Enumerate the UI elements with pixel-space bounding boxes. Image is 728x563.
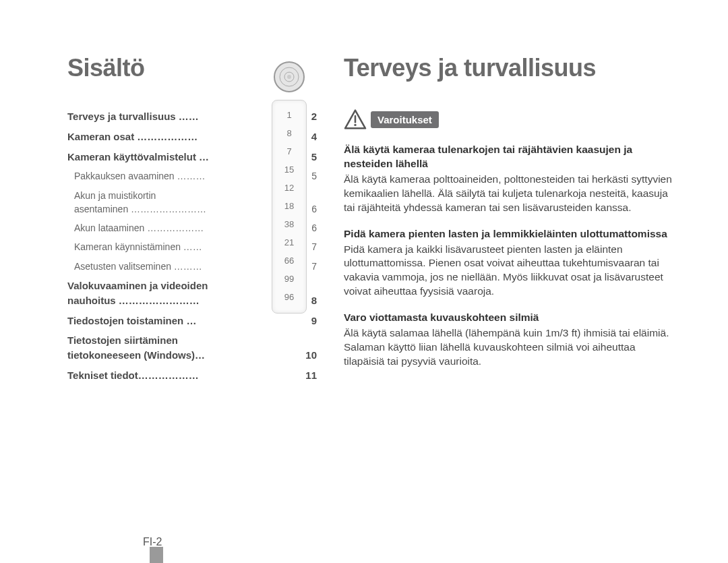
safety-block: Varo viottamasta kuvauskohteen silmiä Äl… (344, 311, 674, 369)
safety-block: Älä käytä kameraa tulenarkojen tai räjäh… (344, 143, 674, 215)
toc-label: Kameran osat ……………… (67, 129, 198, 144)
toc-label: Valokuvaaminen ja videoiden (67, 278, 208, 293)
toc-label: Pakkauksen avaaminen ……… (74, 169, 206, 183)
disc-icon (273, 61, 305, 93)
toc-label: Akun lataaminen ……………… (74, 221, 204, 235)
toc-label: Terveys ja turvallisuus …… (67, 109, 199, 124)
toc-label: Asetusten valitseminen ……… (74, 260, 202, 273)
toc-label: Tiedostojen toistaminen … (67, 314, 196, 328)
toc-label: Kameran käynnistäminen …… (74, 240, 202, 254)
safety-title: Varo viottamasta kuvauskohteen silmiä (344, 311, 674, 325)
svg-point-2 (354, 124, 356, 126)
gauge-value: 66 (272, 251, 306, 270)
toc-item: Tekniset tiedot……………… 11 (67, 368, 317, 383)
gauge-value: 21 (272, 233, 306, 251)
gauge-value: 12 (272, 179, 306, 197)
warning-triangle-icon (344, 109, 367, 129)
gauge-value: 1 (272, 106, 306, 124)
safety-body: Älä käytä salamaa lähellä (lähempänä kui… (344, 326, 674, 369)
safety-block: Pidä kamera pienten lasten ja lemmikkiel… (344, 227, 674, 299)
toc-item: Tietostojen siirtäminen (67, 333, 317, 348)
gauge-value: 38 (272, 215, 306, 233)
page-tab-mark (150, 547, 163, 563)
toc-label: asentaminen …………………… (74, 202, 206, 216)
safety-title: Älä käytä kameraa tulenarkojen tai räjäh… (344, 143, 674, 171)
toc-label: tietokoneeseen (Windows)… (67, 348, 205, 363)
safety-body: Älä käytä kameraa polttoaineiden, poltto… (344, 173, 674, 215)
gauge-value: 99 (272, 270, 306, 288)
toc-label: Kameran käyttövalmistelut … (67, 150, 209, 165)
toc-page: 11 (301, 368, 317, 383)
document-page: Sisältö Terveys ja turvallisuus …… 2 Kam… (0, 0, 728, 563)
gauge-value: 18 (272, 197, 306, 215)
gauge-value: 96 (272, 288, 306, 306)
gauge-value: 8 (272, 124, 306, 142)
toc-label: Akun ja muistikortin (74, 189, 156, 202)
content-heading: Terveys ja turvallisuus (344, 54, 674, 82)
toc-label: Tekniset tiedot……………… (67, 368, 199, 383)
toc-label: Tietostojen siirtäminen (67, 333, 178, 348)
safety-body: Pidä kamera ja kaikki lisävarusteet pien… (344, 243, 674, 299)
content-column: Terveys ja turvallisuus Varoitukset Älä … (344, 54, 694, 563)
language-index-gauge: 1 8 7 15 12 18 38 21 66 99 96 (268, 61, 310, 314)
gauge-value: 7 (272, 142, 306, 160)
gauge-body: 1 8 7 15 12 18 38 21 66 99 96 (272, 100, 307, 314)
toc-label: nauhoitus …………………… (67, 293, 200, 308)
toc-page: 9 (307, 314, 317, 328)
toc-page: 10 (301, 348, 317, 363)
toc-item: tietokoneeseen (Windows)… 10 (67, 348, 317, 363)
gauge-value: 15 (272, 160, 306, 179)
warning-header: Varoitukset (344, 109, 674, 129)
toc-item: Tiedostojen toistaminen … 9 (67, 314, 317, 328)
warning-badge: Varoitukset (371, 111, 439, 128)
svg-point-6 (287, 75, 291, 79)
safety-title: Pidä kamera pienten lasten ja lemmikkiel… (344, 227, 674, 241)
